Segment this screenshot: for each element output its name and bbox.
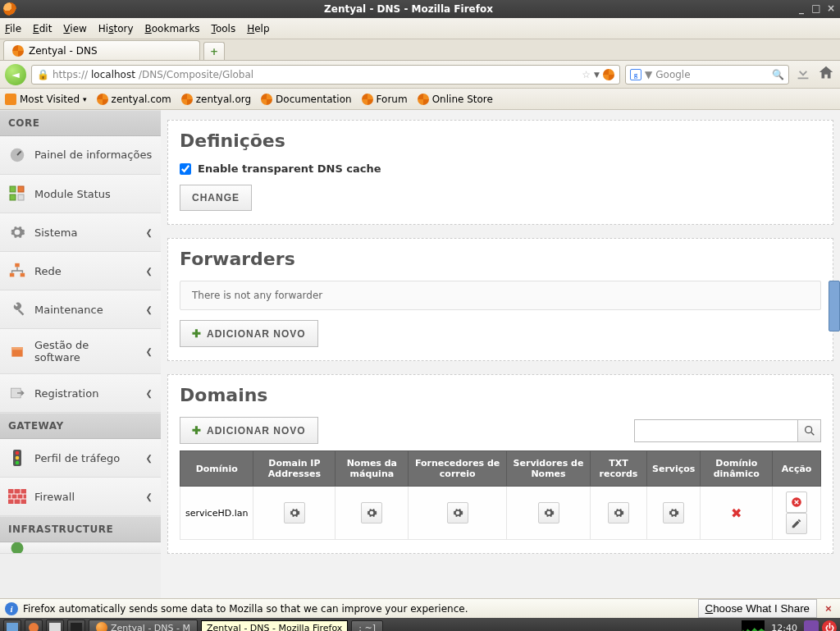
configure-ip-button[interactable] (284, 502, 305, 524)
sidebar-item-rede[interactable]: Rede❮ (0, 252, 161, 290)
sidebar-item-firewall[interactable]: Firewall❮ (0, 478, 161, 516)
zentyal-icon (12, 45, 24, 57)
configure-services-button[interactable] (663, 502, 684, 524)
taskbar-task-terminal[interactable]: : ~] (351, 620, 383, 632)
svg-rect-22 (71, 623, 82, 631)
file-manager-button[interactable] (46, 620, 64, 631)
choose-share-button[interactable]: Choose What I Share (698, 599, 817, 618)
window-maximize-button[interactable]: □ (810, 3, 822, 15)
bookmark-zentyal-org[interactable]: zentyal.org (181, 94, 251, 105)
col-txt[interactable]: TXT records (590, 451, 646, 487)
sidebar-item-traffic[interactable]: Perfil de tráfego❮ (0, 439, 161, 478)
plus-icon: ✚ (192, 327, 202, 340)
sidebar-item-registration[interactable]: Registration❮ (0, 374, 161, 413)
svg-point-12 (16, 451, 20, 455)
sidebar-item-module-status[interactable]: Module Status (0, 175, 161, 213)
menu-bookmarks[interactable]: Bookmarks (145, 23, 200, 34)
sidebar-category-infrastructure: INFRASTRUCTURE (0, 516, 161, 542)
col-dynamic[interactable]: Domínio dinâmico (701, 451, 773, 487)
url-dropdown-icon[interactable]: ▼ (594, 71, 600, 79)
panel-forwarders: Forwarders There is not any forwarder ✚A… (167, 238, 833, 361)
menu-help[interactable]: Help (247, 23, 269, 34)
new-tab-button[interactable]: + (203, 42, 225, 60)
menu-bar: File Edit View History Bookmarks Tools H… (0, 18, 840, 39)
configure-hostnames-button[interactable] (361, 502, 382, 524)
window-close-button[interactable]: × (825, 3, 837, 15)
info-message: Firefox automatically sends some data to… (23, 603, 693, 615)
domain-search-input[interactable] (634, 419, 798, 442)
col-hostnames[interactable]: Nomes da máquina (336, 451, 409, 487)
search-bar[interactable]: g ▼ Google 🔍 (625, 65, 789, 85)
bookmark-online-store[interactable]: Online Store (418, 94, 493, 105)
menu-tools[interactable]: Tools (212, 23, 236, 34)
domain-search-button[interactable] (798, 419, 821, 442)
bookmark-zentyal-com[interactable]: zentyal.com (97, 94, 171, 105)
home-button[interactable] (817, 64, 835, 85)
registration-icon (8, 384, 26, 402)
package-icon (8, 342, 26, 360)
menu-file[interactable]: File (5, 23, 21, 34)
menu-view[interactable]: View (63, 23, 86, 34)
back-button[interactable]: ◄ (5, 64, 26, 85)
col-dominio[interactable]: Domínio (180, 451, 253, 487)
url-bar[interactable]: 🔒 https://localhost/DNS/Composite/Global… (31, 65, 620, 85)
checkbox-transparent-dns[interactable] (180, 163, 191, 175)
col-mail[interactable]: Fornecedores de correio (409, 451, 507, 487)
sidebar: CORE Painel de informações Module Status… (0, 110, 161, 598)
power-button[interactable]: ⏻ (822, 620, 837, 631)
col-ns[interactable]: Servidores de Nomes (507, 451, 591, 487)
sidebar-item-truncated[interactable] (0, 542, 161, 554)
system-monitor[interactable] (742, 620, 765, 631)
add-domain-button[interactable]: ✚ADICIONAR NOVO (180, 417, 318, 444)
scrollbar-thumb[interactable] (829, 281, 840, 332)
sidebar-item-software[interactable]: Gestão de software❮ (0, 329, 161, 374)
change-button[interactable]: CHANGE (180, 185, 252, 211)
edit-row-button[interactable] (786, 513, 807, 534)
firefox-icon (96, 622, 107, 631)
terminal-button[interactable] (67, 620, 85, 631)
panel-definicoes: Definições Enable transparent DNS cache … (167, 120, 833, 225)
go-icon[interactable] (603, 69, 614, 80)
sidebar-item-sistema[interactable]: Sistema❮ (0, 213, 161, 252)
menu-history[interactable]: History (98, 23, 134, 34)
show-desktop-button[interactable] (3, 620, 21, 631)
svg-point-20 (29, 623, 39, 631)
logout-button[interactable] (804, 620, 819, 631)
delete-row-button[interactable] (786, 492, 807, 513)
sidebar-item-dashboard[interactable]: Painel de informações (0, 136, 161, 175)
taskbar-task-firefox[interactable]: Zentyal - DNS - M (89, 620, 198, 631)
svg-rect-7 (21, 273, 25, 277)
col-services[interactable]: Serviços (647, 451, 701, 487)
gauge-icon (8, 146, 26, 164)
bookmark-forum[interactable]: Forum (362, 94, 408, 105)
search-engine-dropdown-icon[interactable]: ▼ (645, 69, 652, 80)
configure-txt-button[interactable] (608, 502, 629, 524)
menu-edit[interactable]: Edit (33, 23, 52, 34)
bookmark-star-icon[interactable]: ☆ (582, 69, 591, 80)
col-ip[interactable]: Domain IP Addresses (253, 451, 336, 487)
downloads-button[interactable] (794, 64, 812, 85)
launcher-button[interactable] (25, 620, 43, 631)
chevron-left-icon: ❮ (146, 492, 153, 501)
configure-ns-button[interactable] (538, 502, 559, 524)
bookmark-documentation[interactable]: Documentation (261, 94, 352, 105)
search-icon[interactable]: 🔍 (772, 69, 784, 80)
col-action[interactable]: Acção (773, 451, 821, 487)
bookmark-most-visited[interactable]: Most Visited▾ (5, 94, 87, 105)
window-minimize-button[interactable]: _ (796, 3, 807, 15)
navigation-toolbar: ◄ 🔒 https://localhost/DNS/Composite/Glob… (0, 61, 840, 89)
zentyal-icon (181, 94, 193, 105)
clock[interactable]: 12:40 (768, 623, 801, 632)
configure-mail-button[interactable] (447, 502, 468, 524)
page-body: CORE Painel de informações Module Status… (0, 110, 840, 598)
svg-rect-6 (10, 273, 15, 277)
tab-zentyal-dns[interactable]: Zentyal - DNS (3, 40, 200, 60)
sidebar-item-maintenance[interactable]: Maintenance❮ (0, 290, 161, 329)
add-forwarder-button[interactable]: ✚ADICIONAR NOVO (180, 320, 318, 347)
chevron-left-icon: ❮ (146, 454, 153, 463)
lock-icon: 🔒 (37, 69, 49, 80)
infobar-close-button[interactable]: × (822, 602, 835, 615)
traffic-light-icon (8, 449, 26, 467)
svg-point-16 (11, 542, 24, 554)
url-host: localhost (91, 69, 135, 80)
